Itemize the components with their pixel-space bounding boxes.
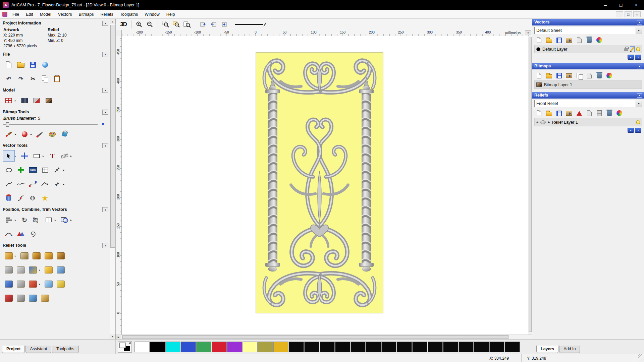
move-layer-down-icon[interactable]: ▼ bbox=[635, 55, 641, 60]
flyout-arrow[interactable]: ▸ bbox=[43, 155, 46, 158]
block-rotate-copy-icon[interactable]: ↻ bbox=[18, 214, 31, 226]
layer-visibility-icon[interactable] bbox=[636, 120, 640, 124]
flyout-arrow[interactable]: ▸ bbox=[15, 219, 18, 222]
colour-swatch-21[interactable] bbox=[443, 342, 458, 352]
paste-along-curve-icon[interactable] bbox=[58, 214, 70, 226]
move-layer-up-icon[interactable]: ▲ bbox=[628, 55, 634, 60]
close-button[interactable]: × bbox=[629, 0, 644, 10]
redo-icon[interactable]: ↷ bbox=[15, 73, 27, 84]
lock-layer-icon[interactable] bbox=[624, 48, 628, 51]
colour-swatch-24[interactable] bbox=[489, 342, 504, 352]
create-arc-icon[interactable] bbox=[39, 178, 51, 190]
collapse-project-information-button[interactable]: ▲ bbox=[102, 21, 108, 26]
vertical-scrollbar-thumb[interactable] bbox=[529, 37, 532, 332]
primary-colour-swatch[interactable] bbox=[119, 343, 126, 348]
collapse-vectors-button[interactable]: ▲ bbox=[637, 20, 642, 24]
scroll-up-icon[interactable]: ▲ bbox=[110, 19, 115, 24]
scroll-down-icon[interactable]: ▼ bbox=[110, 334, 115, 339]
flyout-arrow[interactable]: ▸ bbox=[70, 155, 74, 158]
colour-swatch-6[interactable] bbox=[212, 342, 227, 352]
freehand-draw-icon[interactable] bbox=[15, 178, 27, 190]
merge-bitmap-icon[interactable] bbox=[575, 72, 584, 79]
tab-add-in[interactable]: Add In bbox=[559, 346, 580, 353]
colour-swatch-17[interactable] bbox=[381, 342, 396, 352]
delete-relief-layer-icon[interactable] bbox=[605, 109, 614, 117]
export-vectors-icon[interactable] bbox=[565, 36, 574, 44]
brush-diameter-slider[interactable] bbox=[3, 122, 105, 127]
colour-swatch-1[interactable] bbox=[135, 342, 150, 352]
relief-tool-icon[interactable] bbox=[27, 292, 39, 304]
save-bitmap-layer-icon[interactable] bbox=[554, 72, 564, 79]
edit-layer-selected[interactable] bbox=[630, 46, 635, 52]
redraw-view-icon[interactable] bbox=[219, 20, 229, 29]
flyout-arrow[interactable]: ▸ bbox=[15, 133, 18, 136]
collapse-relief-tools-button[interactable]: ▲ bbox=[102, 243, 108, 248]
open-relief-layer-icon[interactable] bbox=[544, 109, 553, 117]
assistant-scrollbar[interactable]: ▲ ▼ bbox=[110, 19, 115, 339]
resize-grip[interactable] bbox=[638, 354, 644, 362]
join-vectors-icon[interactable] bbox=[3, 228, 15, 240]
cut-icon[interactable]: ✂ bbox=[27, 73, 39, 84]
weld-vectors-icon[interactable] bbox=[15, 228, 27, 240]
colour-swatch-5[interactable] bbox=[196, 342, 211, 352]
node-editing-icon[interactable] bbox=[15, 164, 27, 176]
star-relief-icon[interactable] bbox=[3, 278, 15, 290]
pan-view-icon[interactable] bbox=[198, 20, 208, 29]
open-bitmap-layer-icon[interactable] bbox=[544, 72, 553, 79]
flyout-arrow[interactable]: ▸ bbox=[31, 133, 34, 136]
flyout-arrow[interactable]: ▸ bbox=[55, 219, 58, 222]
snap-grid-icon[interactable] bbox=[39, 164, 51, 176]
create-text-icon[interactable]: T bbox=[46, 150, 58, 162]
collapse-model-button[interactable]: ▲ bbox=[102, 88, 108, 93]
vector-layer-colour-icon[interactable] bbox=[595, 36, 604, 44]
relief-selector[interactable]: Front Relief ▼ bbox=[534, 100, 642, 107]
maximize-button[interactable]: □ bbox=[613, 0, 629, 10]
calculate-relief-icon[interactable] bbox=[595, 109, 604, 117]
colour-swatch-16[interactable] bbox=[366, 342, 381, 352]
menu-reliefs[interactable]: Reliefs bbox=[97, 10, 117, 18]
menu-bitmaps[interactable]: Bitmaps bbox=[75, 10, 97, 18]
chevron-down-icon[interactable]: ▼ bbox=[636, 27, 642, 34]
flyout-arrow[interactable]: ▸ bbox=[39, 283, 43, 286]
text-block-icon[interactable]: ABC bbox=[27, 164, 39, 176]
colour-swatch-22[interactable] bbox=[459, 342, 474, 352]
move-layer-down-icon[interactable]: ▼ bbox=[635, 128, 641, 133]
menu-toolpaths[interactable]: Toolpaths bbox=[117, 10, 142, 18]
2d-view-canvas[interactable] bbox=[122, 36, 528, 335]
zoom-window-icon[interactable] bbox=[161, 20, 171, 29]
colour-swatch-3[interactable] bbox=[165, 342, 180, 352]
relief-tool-icon[interactable] bbox=[39, 292, 51, 304]
weave-relief-icon[interactable] bbox=[15, 264, 27, 276]
relief-layer-row[interactable]: + ▶ Relief Layer 1 bbox=[534, 118, 642, 126]
collapse-position-button[interactable]: ▲ bbox=[102, 207, 108, 212]
new-relief-layer-icon[interactable] bbox=[534, 109, 543, 117]
expand-arrow-icon[interactable]: ▶ bbox=[548, 121, 550, 124]
flyout-arrow[interactable]: ▸ bbox=[15, 254, 18, 257]
model-properties-icon[interactable] bbox=[18, 95, 31, 106]
colour-swatch-23[interactable] bbox=[474, 342, 489, 352]
layer-visibility-icon[interactable] bbox=[636, 47, 640, 51]
fan-relief-icon[interactable] bbox=[27, 278, 39, 290]
swirl-relief-icon[interactable] bbox=[15, 278, 27, 290]
colour-swatch-25[interactable] bbox=[505, 342, 520, 352]
child-close-button[interactable]: × bbox=[633, 11, 641, 17]
smooth-relief-icon[interactable] bbox=[18, 250, 31, 261]
colour-swatch-11[interactable] bbox=[289, 342, 304, 352]
wrap-vectors-icon[interactable] bbox=[3, 192, 15, 204]
flyout-arrow[interactable]: ▸ bbox=[70, 219, 74, 222]
colour-swatch-13[interactable] bbox=[320, 342, 335, 352]
menu-window[interactable]: Window bbox=[141, 10, 163, 18]
dome-relief-icon[interactable] bbox=[55, 264, 67, 276]
save-model-icon[interactable] bbox=[27, 59, 39, 70]
paint-icon[interactable] bbox=[3, 128, 15, 140]
trim-vectors-icon[interactable]: ✂ bbox=[51, 178, 63, 190]
open-model-icon[interactable] bbox=[15, 59, 27, 70]
relief-tool-icon[interactable] bbox=[15, 292, 27, 304]
spiral-icon[interactable] bbox=[27, 228, 39, 240]
set-model-size-icon[interactable] bbox=[3, 95, 15, 106]
palette-icon[interactable] bbox=[46, 128, 58, 140]
two-rail-sweep-icon[interactable] bbox=[3, 264, 15, 276]
new-vector-layer-icon[interactable] bbox=[534, 36, 543, 44]
texture-relief-icon[interactable] bbox=[27, 264, 39, 276]
tab-assistant[interactable]: Assistant bbox=[25, 346, 51, 353]
